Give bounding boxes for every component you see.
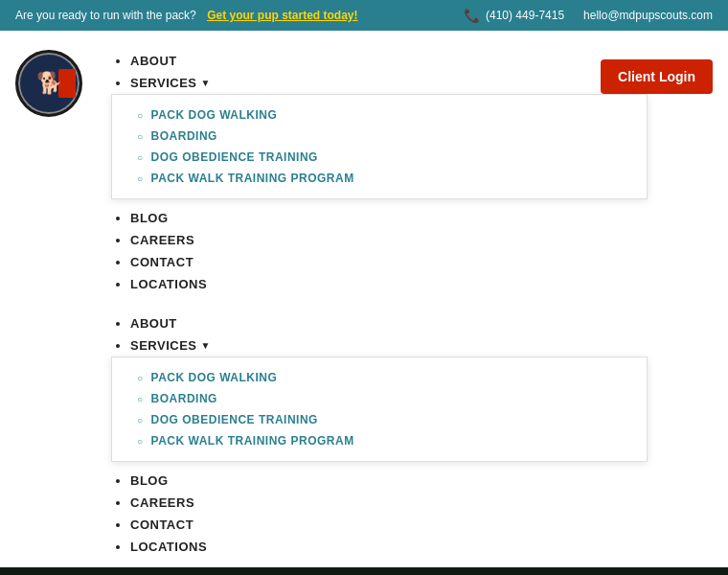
nav-link-services[interactable]: SERVICES xyxy=(130,76,197,90)
email-address: hello@mdpupscouts.com xyxy=(583,9,713,22)
services-dropdown-top: PACK DOG WALKING BOARDING DOG OBEDIENCE … xyxy=(111,94,648,199)
nav-link-contact[interactable]: CONTACT xyxy=(130,255,193,269)
nav2-link-contact[interactable]: CONTACT xyxy=(130,518,193,532)
header: 🐕 ABOUT SERVICES ▼ PACK DOG WALKING BOAR xyxy=(0,31,728,567)
nav-container: ABOUT SERVICES ▼ PACK DOG WALKING BOARDI… xyxy=(111,40,713,558)
top-bar-contact: 📞 (410) 449-7415 hello@mdpupscouts.com xyxy=(464,8,713,23)
services-dropdown-bottom: PACK DOG WALKING BOARDING DOG OBEDIENCE … xyxy=(111,356,648,462)
nav-item-contact[interactable]: CONTACT xyxy=(130,251,713,273)
top-bar-promo: Are you ready to run with the pack? Get … xyxy=(15,9,357,22)
dropdown2-item-boarding[interactable]: BOARDING xyxy=(137,388,631,409)
hero-section: The pack your pup is proud to run with. … xyxy=(0,567,728,575)
dropdown2-item-pack-walk[interactable]: PACK WALK TRAINING PROGRAM xyxy=(137,430,631,451)
client-login-button[interactable]: Client Login xyxy=(601,59,713,94)
phone-icon: 📞 xyxy=(464,8,480,23)
chevron-down-icon-2: ▼ xyxy=(201,340,211,351)
promo-link[interactable]: Get your pup started today! xyxy=(207,9,357,22)
nav2-item-contact[interactable]: CONTACT xyxy=(130,514,713,536)
chevron-down-icon: ▼ xyxy=(201,78,211,88)
nav2-link-locations[interactable]: LOCATIONS xyxy=(130,540,207,554)
dropdown2-item-obedience[interactable]: DOG OBEDIENCE TRAINING xyxy=(137,409,631,430)
primary-nav-bottom: ABOUT SERVICES ▼ PACK DOG WALKING BOARDI… xyxy=(111,303,713,558)
nav-link-about[interactable]: ABOUT xyxy=(130,54,177,68)
nav-link-locations[interactable]: LOCATIONS xyxy=(130,277,207,291)
nav-item-careers[interactable]: CAREERS xyxy=(130,229,713,251)
dropdown-item-pack-walk[interactable]: PACK WALK TRAINING PROGRAM xyxy=(137,168,631,189)
phone-container: 📞 (410) 449-7415 xyxy=(464,8,564,23)
nav2-item-about[interactable]: ABOUT xyxy=(130,312,713,334)
nav-link-careers[interactable]: CAREERS xyxy=(130,233,194,247)
nav2-item-blog[interactable]: BLOG xyxy=(130,470,713,492)
dropdown-item-obedience[interactable]: DOG OBEDIENCE TRAINING xyxy=(137,147,631,168)
nav2-item-careers[interactable]: CAREERS xyxy=(130,492,713,514)
dropdown-item-pack-walking[interactable]: PACK DOG WALKING xyxy=(137,104,631,126)
logo-dog-icon: 🐕 xyxy=(36,71,62,96)
nav2-link-about[interactable]: ABOUT xyxy=(130,316,177,331)
dropdown-item-boarding[interactable]: BOARDING xyxy=(137,126,631,147)
nav2-link-blog[interactable]: BLOG xyxy=(130,473,169,488)
nav-item-locations[interactable]: LOCATIONS xyxy=(130,273,713,295)
dropdown2-item-pack-walking[interactable]: PACK DOG WALKING xyxy=(137,367,631,388)
nav2-link-services[interactable]: SERVICES xyxy=(130,338,197,353)
logo[interactable]: 🐕 xyxy=(15,50,82,117)
hero-background xyxy=(0,567,728,575)
nav2-link-careers[interactable]: CAREERS xyxy=(130,495,194,510)
top-bar: Are you ready to run with the pack? Get … xyxy=(0,0,728,31)
nav2-item-services[interactable]: SERVICES ▼ PACK DOG WALKING BOARDING DOG… xyxy=(130,334,713,470)
nav-item-blog[interactable]: BLOG xyxy=(130,207,713,229)
promo-text: Are you ready to run with the pack? xyxy=(15,9,196,22)
nav-link-blog[interactable]: BLOG xyxy=(130,211,169,225)
nav2-item-locations[interactable]: LOCATIONS xyxy=(130,536,713,558)
phone-number: (410) 449-7415 xyxy=(486,9,564,22)
